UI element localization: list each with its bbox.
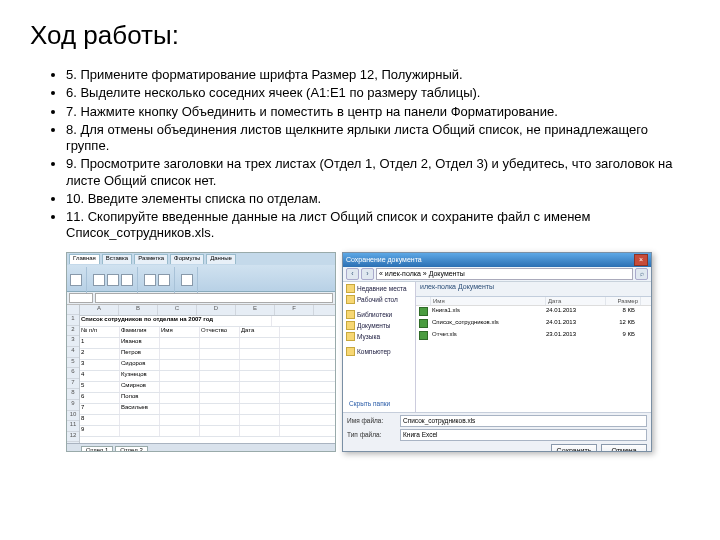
file-row[interactable]: Список_сотрудников.xls 24.01.2013 12 КБ — [416, 318, 651, 330]
dialog-footer: Имя файла: Список_сотрудников.xls Тип фа… — [343, 412, 651, 452]
save-dialog: Сохранение документа × ‹ › « илек-полка … — [342, 252, 652, 452]
excel-file-icon — [419, 331, 428, 340]
folder-icon — [346, 295, 355, 304]
excel-screenshot: Главная Вставка Разметка Формулы Данные … — [66, 252, 336, 452]
path-box[interactable]: « илек-полка » Документы — [376, 268, 633, 280]
file-row[interactable]: Отчет.xls 23.01.2013 9 КБ — [416, 330, 651, 342]
back-icon[interactable]: ‹ — [346, 268, 359, 280]
number-icon[interactable] — [181, 274, 193, 286]
ribbon-tab[interactable]: Главная — [69, 254, 100, 264]
pane-header: илек-полка Документы — [416, 282, 651, 297]
filename-label: Имя файла: — [347, 417, 397, 424]
file-list: Имя Дата Размер Книга1.xls 24.01.2013 8 … — [416, 297, 651, 412]
formula-bar — [67, 292, 335, 305]
sidebar-item[interactable]: Музыка — [343, 331, 415, 342]
list-item: 6. Выделите несколько соседних ячеек (A1… — [66, 85, 690, 101]
folder-icon — [346, 332, 355, 341]
excel-ribbon: Главная Вставка Разметка Формулы Данные — [67, 253, 335, 292]
sheet-tab[interactable]: Отдел 1 — [81, 446, 113, 452]
spreadsheet-cells[interactable]: Список сотрудников по отделам на 2007 го… — [80, 316, 335, 443]
ribbon-tab[interactable]: Формулы — [170, 254, 204, 264]
filename-input[interactable]: Список_сотрудников.xls — [400, 415, 647, 427]
search-icon[interactable]: ⌕ — [635, 268, 648, 280]
filetype-label: Тип файла: — [347, 431, 397, 438]
ribbon-tab[interactable]: Данные — [206, 254, 236, 264]
row-headers: 123456789101112 — [67, 305, 80, 443]
excel-file-icon — [419, 307, 428, 316]
sidebar-item[interactable]: Библиотеки — [343, 309, 415, 320]
align-icon[interactable] — [144, 274, 156, 286]
file-list-header: Имя Дата Размер — [416, 297, 651, 306]
col-headers: ABCDEF — [80, 305, 335, 316]
sidebar-item[interactable]: Недавние места — [343, 283, 415, 294]
paste-icon[interactable] — [70, 274, 82, 286]
dialog-nav: ‹ › « илек-полка » Документы ⌕ — [343, 267, 651, 282]
cancel-button[interactable]: Отмена — [601, 444, 647, 452]
merged-title-cell[interactable]: Список сотрудников по отделам на 2007 го… — [80, 316, 272, 326]
folder-icon — [346, 310, 355, 319]
ribbon-tab[interactable]: Разметка — [134, 254, 168, 264]
formula-input[interactable] — [95, 293, 333, 303]
save-button[interactable]: Сохранить — [551, 444, 597, 452]
list-item: 7. Нажмите кнопку Объединить и поместить… — [66, 104, 690, 120]
folder-icon — [346, 321, 355, 330]
dialog-titlebar: Сохранение документа × — [343, 253, 651, 267]
list-item: 8. Для отмены объединения листов щелкнит… — [66, 122, 690, 155]
list-item: 10. Введите элементы списка по отделам. — [66, 191, 690, 207]
merge-icon[interactable] — [158, 274, 170, 286]
ribbon-tab[interactable]: Вставка — [102, 254, 132, 264]
file-row[interactable]: Книга1.xls 24.01.2013 8 КБ — [416, 306, 651, 318]
sidebar-item[interactable]: Компьютер — [343, 346, 415, 357]
instruction-list: 5. Примените форматирование шрифта Разме… — [30, 67, 690, 242]
bold-icon[interactable] — [107, 274, 119, 286]
forward-icon[interactable]: › — [361, 268, 374, 280]
sidebar-item[interactable]: Рабочий стол — [343, 294, 415, 305]
sidebar-item[interactable]: Документы — [343, 320, 415, 331]
sheet-tab[interactable]: Отдел 2 — [115, 446, 147, 452]
hide-folders-link[interactable]: Скрыть папки — [349, 400, 390, 407]
folder-icon — [346, 284, 355, 293]
sheet-tabs: Отдел 1 Отдел 2 — [67, 443, 335, 452]
close-icon[interactable]: × — [634, 254, 648, 266]
color-icon[interactable] — [121, 274, 133, 286]
list-item: 5. Примените форматирование шрифта Разме… — [66, 67, 690, 83]
list-item: 9. Просмотрите заголовки на трех листах … — [66, 156, 690, 189]
dialog-sidebar: Недавние места Рабочий стол Библиотеки Д… — [343, 282, 416, 412]
filetype-select[interactable]: Книга Excel — [400, 429, 647, 441]
name-box[interactable] — [69, 293, 93, 303]
list-item: 11. Скопируйте введенные данные на лист … — [66, 209, 690, 242]
excel-file-icon — [419, 319, 428, 328]
page-title: Ход работы: — [30, 20, 690, 51]
folder-icon — [346, 347, 355, 356]
font-icon[interactable] — [93, 274, 105, 286]
dialog-title: Сохранение документа — [346, 256, 422, 263]
